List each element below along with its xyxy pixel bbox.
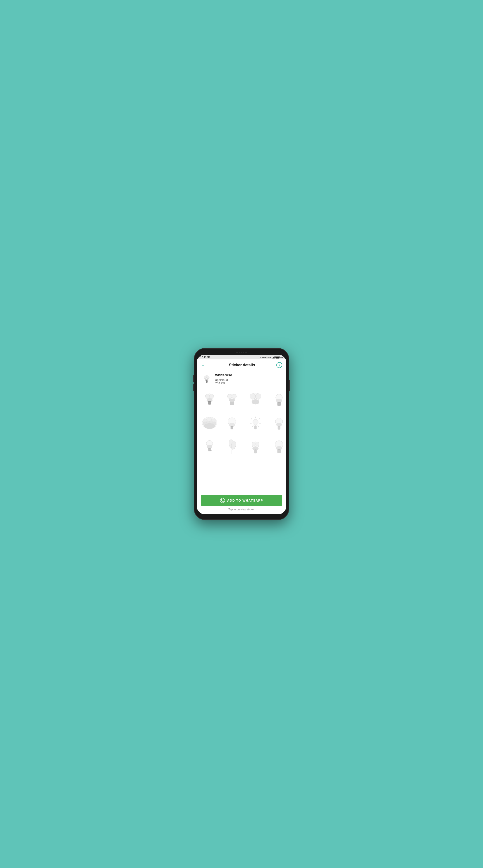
svg-line-36 bbox=[259, 418, 260, 420]
pack-info: whiterose appicloud 254 KB bbox=[197, 370, 286, 387]
add-to-whatsapp-button[interactable]: ADD TO WHATSAPP bbox=[201, 495, 282, 506]
svg-point-16 bbox=[250, 394, 256, 399]
svg-line-38 bbox=[251, 418, 252, 420]
signal-icon bbox=[272, 356, 275, 359]
camera-dot bbox=[236, 352, 238, 353]
page-title: Sticker details bbox=[207, 363, 276, 367]
back-button[interactable]: ← bbox=[201, 363, 207, 368]
svg-point-55 bbox=[255, 442, 259, 446]
sticker-1[interactable] bbox=[199, 389, 220, 409]
pack-name: whiterose bbox=[215, 373, 282, 377]
network-type: 4G bbox=[268, 356, 271, 359]
whatsapp-icon bbox=[220, 498, 225, 503]
svg-line-40 bbox=[252, 426, 253, 427]
sticker-8[interactable] bbox=[268, 412, 286, 435]
phone-screen: 12:08 PM 1.4KB/s 4G 85 ← bbox=[197, 355, 286, 514]
svg-rect-9 bbox=[208, 401, 211, 405]
pack-thumbnail-icon bbox=[201, 374, 212, 384]
camera-row bbox=[197, 351, 286, 353]
battery-icon bbox=[276, 356, 280, 359]
svg-text:rose: rose bbox=[209, 450, 212, 452]
add-button-label: ADD TO WHATSAPP bbox=[227, 499, 263, 502]
app-header: ← Sticker details i bbox=[197, 360, 286, 370]
svg-point-12 bbox=[232, 394, 236, 399]
svg-point-7 bbox=[209, 394, 214, 399]
svg-point-61 bbox=[220, 498, 225, 503]
pack-icon bbox=[201, 373, 212, 385]
sticker-10[interactable] bbox=[221, 436, 243, 459]
bottom-section: ADD TO WHATSAPP Tap to preview sticker bbox=[197, 492, 286, 514]
volume-down-button[interactable] bbox=[193, 384, 194, 391]
svg-point-17 bbox=[256, 394, 261, 399]
svg-point-6 bbox=[205, 394, 210, 399]
info-button[interactable]: i bbox=[276, 362, 282, 368]
status-time: 12:08 PM bbox=[200, 356, 210, 359]
svg-rect-42 bbox=[254, 426, 257, 429]
svg-rect-4 bbox=[206, 380, 207, 383]
svg-rect-45 bbox=[278, 426, 280, 430]
status-right-icons: 1.4KB/s 4G 85 bbox=[260, 356, 283, 359]
sticker-12[interactable] bbox=[268, 436, 286, 459]
app-content: ← Sticker details i bbox=[197, 360, 286, 514]
svg-rect-60 bbox=[278, 450, 281, 453]
sticker-3[interactable] bbox=[244, 389, 267, 412]
pack-details: whiterose appicloud 254 KB bbox=[215, 373, 282, 385]
sticker-grid: rose bbox=[197, 387, 286, 492]
svg-rect-21 bbox=[278, 402, 281, 406]
svg-rect-57 bbox=[254, 450, 257, 454]
pack-author: appicloud bbox=[215, 378, 282, 381]
svg-point-1 bbox=[204, 376, 207, 379]
tap-preview-label: Tap to preview sticker bbox=[201, 508, 282, 511]
sticker-9[interactable]: rose bbox=[199, 436, 220, 456]
battery-fill bbox=[276, 357, 279, 358]
phone-device: 12:08 PM 1.4KB/s 4G 85 ← bbox=[194, 348, 289, 520]
front-camera bbox=[245, 352, 247, 353]
power-button[interactable] bbox=[289, 380, 290, 391]
speaker-dot bbox=[239, 352, 240, 353]
volume-up-button[interactable] bbox=[193, 375, 194, 382]
speaker bbox=[239, 352, 244, 353]
svg-point-2 bbox=[207, 376, 209, 379]
sticker-2[interactable] bbox=[221, 389, 243, 412]
speaker-dot bbox=[241, 352, 242, 353]
svg-line-41 bbox=[258, 426, 259, 427]
pack-size: 254 KB bbox=[215, 381, 282, 385]
sticker-4[interactable] bbox=[268, 389, 286, 412]
svg-point-30 bbox=[204, 423, 215, 429]
sticker-11[interactable] bbox=[244, 436, 267, 459]
sticker-7[interactable] bbox=[244, 412, 267, 435]
network-speed: 1.4KB/s bbox=[260, 356, 267, 359]
sticker-5-big[interactable] bbox=[199, 412, 220, 435]
svg-point-18 bbox=[252, 399, 259, 404]
battery-level: 85 bbox=[280, 356, 283, 359]
status-bar: 12:08 PM 1.4KB/s 4G 85 bbox=[197, 355, 286, 360]
svg-rect-33 bbox=[231, 426, 233, 430]
speaker-dot bbox=[243, 352, 244, 353]
svg-point-14 bbox=[229, 399, 235, 402]
svg-point-34 bbox=[253, 419, 258, 425]
sticker-6[interactable] bbox=[221, 412, 243, 435]
svg-point-11 bbox=[227, 394, 232, 399]
